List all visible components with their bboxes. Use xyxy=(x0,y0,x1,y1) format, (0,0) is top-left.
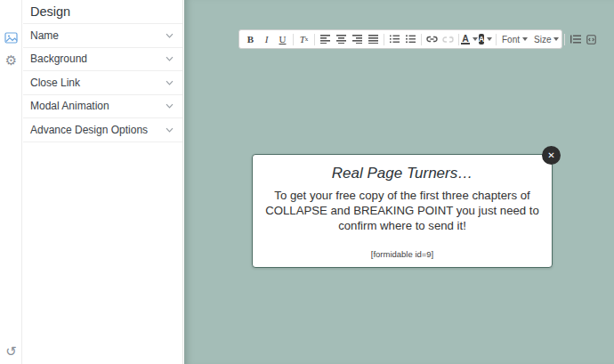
toolbar-divider xyxy=(384,34,384,45)
sidebar-title: Design xyxy=(23,0,182,24)
line-height-icon xyxy=(570,35,581,44)
link-icon xyxy=(426,36,438,43)
font-size-dropdown[interactable]: Size xyxy=(531,31,561,47)
modal-close-button[interactable]: ✕ xyxy=(542,146,561,165)
source-code-button[interactable] xyxy=(584,31,599,47)
background-color-icon: A xyxy=(479,34,485,44)
align-center-button[interactable] xyxy=(334,31,349,47)
text-color-button[interactable]: A xyxy=(462,31,477,47)
modal-title: Real Page Turners… xyxy=(253,165,552,182)
align-right-button[interactable] xyxy=(350,31,365,47)
align-right-icon xyxy=(352,35,362,44)
modal-body-text: To get your free copy of the first three… xyxy=(261,189,544,234)
line-height-button[interactable] xyxy=(568,31,583,47)
italic-button[interactable]: I xyxy=(259,31,274,47)
chevron-down-icon xyxy=(166,80,174,85)
toolbar-divider xyxy=(293,34,294,45)
popup-modal-preview[interactable]: ✕ Real Page Turners… To get your free co… xyxy=(252,154,553,268)
remove-link-button[interactable] xyxy=(440,31,456,47)
settings-gear-icon[interactable]: ⚙ xyxy=(0,50,22,71)
toolbar-divider xyxy=(496,34,497,45)
font-dropdown-label: Font xyxy=(502,35,520,44)
toolbar-divider xyxy=(564,34,565,45)
chevron-down-icon xyxy=(166,127,174,133)
unordered-list-icon xyxy=(406,35,416,44)
accordion-background-label: Background xyxy=(30,53,87,65)
caret-down-icon xyxy=(553,37,559,41)
align-left-button[interactable] xyxy=(318,31,333,47)
toolbar-divider xyxy=(421,34,422,45)
caret-down-icon xyxy=(522,37,528,41)
source-code-icon xyxy=(586,35,596,44)
justify-icon xyxy=(368,35,378,44)
history-icon[interactable]: ↺ xyxy=(0,341,22,362)
size-dropdown-label: Size xyxy=(534,35,551,44)
accordion-name[interactable]: Name xyxy=(23,24,182,48)
ordered-list-icon xyxy=(390,35,400,44)
close-x-icon: ✕ xyxy=(547,150,554,160)
accordion-background[interactable]: Background xyxy=(23,48,182,72)
ordered-list-button[interactable] xyxy=(387,31,402,47)
unordered-list-button[interactable] xyxy=(403,31,418,47)
accordion-name-label: Name xyxy=(30,29,59,42)
accordion-advance-design-options[interactable]: Advance Design Options xyxy=(23,118,182,142)
underline-button[interactable]: U xyxy=(275,31,290,47)
accordion-modal-animation-label: Modal Animation xyxy=(30,100,109,112)
preview-canvas: B I U Tx A xyxy=(184,0,614,364)
toolbar-divider xyxy=(314,34,315,45)
align-center-icon xyxy=(336,35,346,44)
toolbar-divider xyxy=(458,34,459,45)
accordion-advance-design-options-label: Advance Design Options xyxy=(30,124,148,136)
unlink-icon xyxy=(442,36,454,44)
left-icon-strip: ⚙ ↺ xyxy=(0,0,22,364)
chevron-down-icon xyxy=(166,56,174,61)
accordion-modal-animation[interactable]: Modal Animation xyxy=(23,95,182,119)
clear-formatting-button[interactable]: Tx xyxy=(296,31,311,47)
accordion-close-link[interactable]: Close Link xyxy=(23,71,182,95)
text-color-icon: A xyxy=(461,34,470,44)
bold-button[interactable]: B xyxy=(243,31,258,47)
chevron-down-icon xyxy=(166,33,174,38)
modal-shortcode-text: [formidable id=9] xyxy=(253,249,552,259)
caret-down-icon xyxy=(487,37,492,41)
design-sidebar: Design Name Background Close Link Modal … xyxy=(23,0,183,364)
justify-button[interactable] xyxy=(366,31,381,47)
richtext-toolbar: B I U Tx A xyxy=(238,29,562,49)
chevron-down-icon xyxy=(166,103,174,109)
align-left-icon xyxy=(320,35,330,44)
background-color-button[interactable]: A xyxy=(478,31,493,47)
font-family-dropdown[interactable]: Font xyxy=(499,31,530,47)
accordion-close-link-label: Close Link xyxy=(30,77,80,89)
caret-down-icon xyxy=(473,37,478,41)
insert-link-button[interactable] xyxy=(424,31,440,47)
media-icon[interactable] xyxy=(0,27,22,48)
